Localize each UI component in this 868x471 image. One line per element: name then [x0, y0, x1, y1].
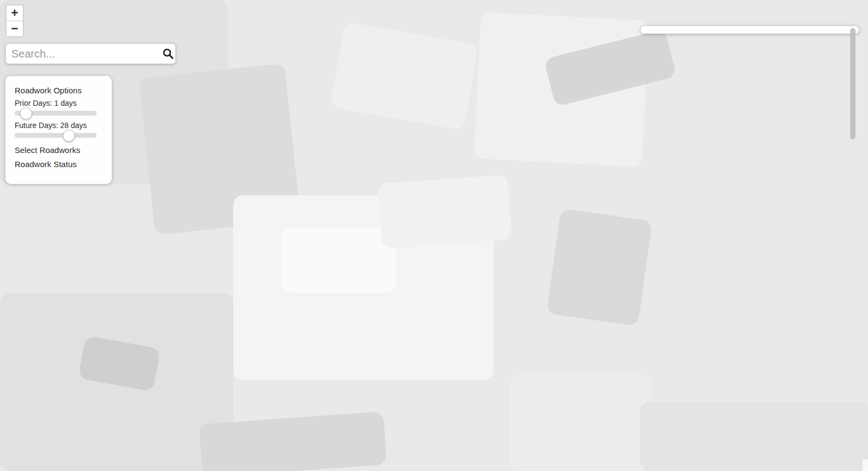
map-application: + − Roadwork Options Prior Days: 1 days … — [0, 0, 868, 471]
roadwork-options-title: Roadwork Options — [15, 86, 112, 95]
prior-days-label: Prior Days: 1 days — [15, 99, 112, 107]
prior-days-slider-thumb[interactable] — [20, 107, 32, 119]
roadwork-status-heading: Roadwork Status — [15, 160, 112, 169]
roadwork-options-panel: Roadwork Options Prior Days: 1 days Futu… — [5, 76, 112, 184]
search-bar — [5, 43, 176, 64]
future-days-slider-thumb[interactable] — [63, 130, 75, 142]
zoom-out-button[interactable]: − — [7, 21, 23, 36]
select-roadworks-heading: Select Roadworks — [15, 145, 112, 155]
future-days-label: Future Days: 28 days — [15, 121, 112, 130]
prior-days-slider[interactable] — [15, 111, 97, 116]
search-icon[interactable] — [161, 48, 175, 60]
future-days-slider[interactable] — [15, 133, 97, 138]
attribution-bar — [863, 460, 868, 471]
zoom-control: + − — [5, 4, 24, 37]
layers-panel-scrollbar[interactable] — [850, 28, 856, 139]
map-canvas[interactable] — [0, 0, 868, 471]
layers-panel — [641, 26, 859, 34]
search-input[interactable] — [6, 48, 161, 60]
zoom-in-button[interactable]: + — [7, 5, 23, 21]
